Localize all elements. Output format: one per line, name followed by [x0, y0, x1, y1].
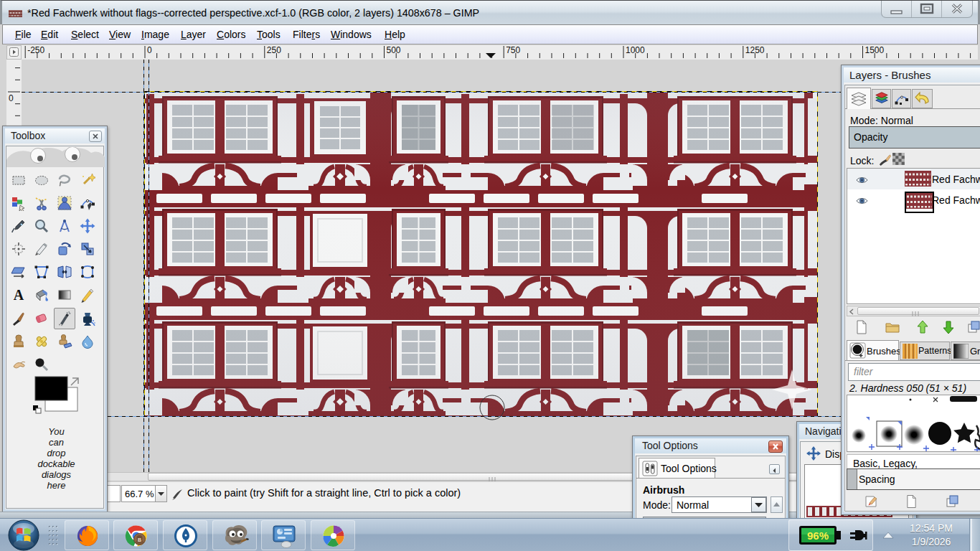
svg-text:500: 500 — [387, 45, 401, 55]
svg-text:1500: 1500 — [865, 45, 885, 55]
svg-text:-250: -250 — [27, 45, 44, 55]
svg-text:B: B — [138, 537, 141, 542]
svg-text:750: 750 — [506, 45, 520, 55]
svg-text:0: 0 — [9, 93, 14, 103]
svg-text:96%: 96% — [807, 529, 829, 542]
svg-text:250: 250 — [267, 45, 281, 55]
svg-text:1000: 1000 — [626, 45, 645, 55]
svg-text:0: 0 — [147, 45, 152, 55]
svg-text:1250: 1250 — [745, 45, 765, 55]
svg-text:A: A — [14, 287, 24, 303]
